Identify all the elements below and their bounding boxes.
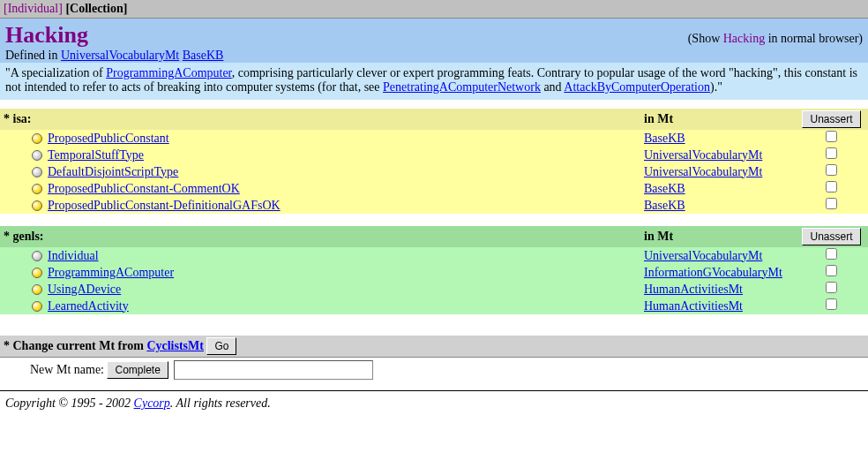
row-mt-link[interactable]: UniversalVocabularyMt [644, 165, 762, 178]
row-label-link[interactable]: TemporalStuffType [48, 148, 144, 162]
new-mt-row: New Mt name: Complete [0, 358, 868, 385]
table-row: UsingADeviceHumanActivitiesMt [0, 281, 868, 298]
bullet-icon [32, 184, 42, 194]
change-mt-prefix: * Change current Mt from CyclistsMt [4, 339, 204, 353]
row-mt-link[interactable]: UniversalVocabularyMt [644, 249, 762, 262]
desc-link-programming[interactable]: ProgrammingAComputer [106, 66, 232, 79]
unassert-checkbox[interactable] [826, 131, 837, 142]
unassert-checkbox[interactable] [826, 181, 837, 192]
change-mt-link[interactable]: CyclistsMt [146, 339, 204, 352]
row-mt-link[interactable]: BaseKB [644, 182, 685, 195]
table-row: LearnedActivityHumanActivitiesMt [0, 298, 868, 314]
footer-text: . All rights reserved. [170, 396, 271, 410]
row-mt-link[interactable]: BaseKB [644, 132, 685, 145]
footer-link-cycorp[interactable]: Cycorp [134, 396, 170, 410]
isa-header: * isa: in Mt Unassert [0, 109, 868, 130]
desc-link-penetrating[interactable]: PenetratingAComputerNetwork [383, 80, 541, 94]
table-row: TemporalStuffTypeUniversalVocabularyMt [0, 147, 868, 163]
table-row: IndividualUniversalVocabularyMt [0, 247, 868, 264]
bullet-icon [32, 200, 42, 211]
defined-prefix: Defined in [5, 49, 61, 62]
defined-link-uvm[interactable]: UniversalVocabularyMt [61, 49, 179, 62]
unassert-checkbox[interactable] [826, 147, 837, 159]
show-in-browser: (Show Hacking in normal browser) [688, 32, 863, 46]
unassert-checkbox[interactable] [826, 248, 837, 260]
row-label-link[interactable]: DefaultDisjointScriptType [48, 165, 178, 178]
row-label-link[interactable]: UsingADevice [48, 283, 121, 296]
header: Hacking (Show Hacking in normal browser)… [0, 19, 868, 63]
unassert-checkbox[interactable] [826, 265, 837, 276]
footer: Copyright © 1995 - 2002 Cycorp. All righ… [0, 395, 868, 418]
desc-text: and [541, 80, 564, 94]
divider [0, 390, 868, 391]
row-mt-link[interactable]: HumanActivitiesMt [644, 299, 743, 313]
table-row: DefaultDisjointScriptTypeUniversalVocabu… [0, 163, 868, 180]
unassert-checkbox[interactable] [826, 298, 837, 310]
isa-body: ProposedPublicConstantBaseKBTemporalStuf… [0, 130, 868, 214]
bullet-icon [32, 301, 42, 312]
bullet-icon [32, 284, 42, 295]
genls-label: * genls: [4, 230, 644, 244]
page-title: Hacking [5, 22, 88, 49]
description: "A specialization of ProgrammingACompute… [0, 63, 868, 100]
isa-mt-label: in Mt [644, 112, 798, 126]
row-mt-link[interactable]: BaseKB [644, 199, 685, 212]
table-row: ProposedPublicConstant-DefinitionalGAFsO… [0, 197, 868, 214]
complete-button[interactable]: Complete [107, 361, 168, 379]
bullet-icon [32, 167, 42, 177]
defined-in: Defined in UniversalVocabularyMt BaseKB [5, 49, 863, 63]
genls-header: * genls: in Mt Unassert [0, 226, 868, 247]
isa-unassert-button[interactable]: Unassert [802, 110, 860, 128]
row-label-link[interactable]: ProposedPublicConstant-CommentOK [48, 182, 240, 195]
row-label-link[interactable]: ProposedPublicConstant [48, 132, 169, 145]
table-row: ProposedPublicConstant-CommentOKBaseKB [0, 180, 868, 197]
row-label-link[interactable]: Individual [48, 249, 99, 262]
unassert-checkbox[interactable] [826, 198, 837, 209]
show-link[interactable]: Hacking [723, 32, 765, 45]
row-mt-link[interactable]: HumanActivitiesMt [644, 283, 743, 296]
defined-link-basekb[interactable]: BaseKB [183, 49, 224, 62]
table-row: ProposedPublicConstantBaseKB [0, 130, 868, 147]
change-mt-bar: * Change current Mt from CyclistsMt Go [0, 336, 868, 358]
go-button[interactable]: Go [206, 337, 236, 355]
genls-body: IndividualUniversalVocabularyMtProgrammi… [0, 247, 868, 314]
row-label-link[interactable]: ProgrammingAComputer [48, 266, 174, 279]
isa-label: * isa: [4, 112, 644, 126]
bullet-icon [32, 268, 42, 278]
new-mt-label: New Mt name: [30, 363, 104, 377]
topbar: [Individual] [Collection] [0, 0, 868, 19]
desc-text: "A specialization of [5, 66, 106, 79]
bullet-icon [32, 251, 42, 261]
genls-unassert-button[interactable]: Unassert [802, 228, 860, 245]
show-suffix: in normal browser) [765, 32, 863, 45]
footer-text: Copyright © 1995 - 2002 [5, 396, 134, 410]
collection-link[interactable]: [Collection] [65, 2, 127, 15]
individual-link[interactable]: [Individual] [4, 2, 63, 15]
unassert-checkbox[interactable] [826, 164, 837, 176]
show-prefix: (Show [688, 32, 723, 45]
row-label-link[interactable]: ProposedPublicConstant-DefinitionalGAFsO… [48, 199, 281, 212]
row-mt-link[interactable]: UniversalVocabularyMt [644, 148, 762, 162]
row-label-link[interactable]: LearnedActivity [48, 299, 129, 313]
desc-text: )." [710, 80, 722, 94]
table-row: ProgrammingAComputerInformationGVocabula… [0, 264, 868, 281]
bullet-icon [32, 133, 42, 144]
unassert-checkbox[interactable] [826, 282, 837, 293]
desc-link-attack[interactable]: AttackByComputerOperation [564, 80, 710, 94]
row-mt-link[interactable]: InformationGVocabularyMt [644, 266, 782, 279]
bullet-icon [32, 150, 42, 161]
genls-mt-label: in Mt [644, 230, 798, 244]
new-mt-input[interactable] [174, 360, 373, 380]
